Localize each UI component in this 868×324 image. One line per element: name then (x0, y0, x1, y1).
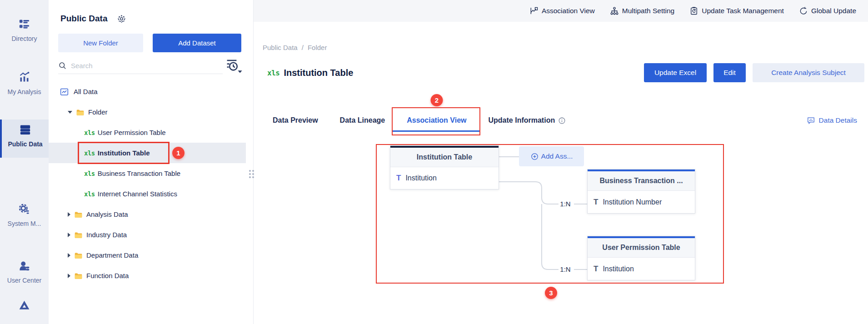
tree-item-label: Internet Channel Statistics (98, 190, 177, 198)
tree-item-business-transaction-table[interactable]: xls Business Transaction Table (49, 163, 246, 184)
sidebar-item-drive[interactable] (0, 299, 49, 314)
update-task-icon (689, 6, 698, 15)
multipath-icon (610, 6, 619, 15)
panel-settings-gear-icon[interactable] (117, 14, 126, 24)
xls-icon: xls (84, 150, 95, 157)
all-data-icon (60, 87, 69, 96)
caret-collapsed-icon[interactable] (68, 212, 70, 217)
data-details-icon (807, 116, 815, 125)
toolbar-multipath-setting[interactable]: Multipath Setting (610, 6, 674, 15)
xls-icon: xls (267, 69, 279, 77)
toolbar-global-update[interactable]: Global Update (799, 6, 856, 15)
relation-label-1n: 1:N (557, 200, 574, 208)
association-view-icon (529, 6, 539, 15)
node-field: T Institution (390, 167, 499, 189)
text-field-type-icon: T (396, 174, 401, 183)
tree-item-label: User Permission Table (98, 129, 166, 136)
edit-button[interactable]: Edit (713, 63, 746, 82)
tree-item-label: Analysis Data (86, 210, 128, 218)
app-sidebar: Directory My Analysis Public Data System… (0, 0, 49, 324)
tree-item-institution-table[interactable]: xls Institution Table 1 (49, 143, 246, 163)
panel-resize-handle[interactable] (249, 170, 255, 182)
text-field-type-icon: T (594, 198, 598, 207)
node-title: User Permission Table (588, 238, 695, 258)
sidebar-item-directory[interactable]: Directory (0, 18, 49, 42)
caret-collapsed-icon[interactable] (68, 253, 70, 258)
info-icon[interactable] (558, 117, 566, 125)
node-field: T Institution (588, 258, 695, 280)
sort-by-time-filter-icon[interactable] (225, 57, 245, 75)
main-content: Association View Multipath Setting Updat… (254, 0, 868, 324)
breadcrumb-public-data[interactable]: Public Data (263, 44, 298, 51)
tree-item-user-permission-table[interactable]: xls User Permission Table (49, 122, 246, 143)
sidebar-item-my-analysis[interactable]: My Analysis (0, 71, 49, 95)
tab-update-information[interactable]: Update Information (489, 116, 566, 125)
tab-data-preview[interactable]: Data Preview (273, 116, 318, 125)
page-title-row: xls Institution Table Update Excel Edit … (267, 63, 864, 83)
search-icon (58, 61, 67, 70)
tree-item-label: Department Data (86, 251, 138, 259)
tree-item-all-data[interactable]: All Data (49, 81, 246, 102)
global-update-icon (799, 6, 808, 15)
sidebar-item-system-management[interactable]: System M... (0, 203, 49, 227)
system-gear-icon (18, 203, 30, 215)
detail-tabs: Data Preview Data Lineage Association Vi… (273, 108, 857, 133)
relation-label-1n: 1:N (557, 265, 574, 273)
breadcrumb-folder[interactable]: Folder (308, 44, 327, 51)
tree-item-analysis-data[interactable]: Analysis Data (49, 204, 246, 224)
diagram-node-business-transaction-table[interactable]: Business Transaction ... T Institution N… (587, 169, 695, 214)
node-field: T Institution Number (588, 191, 695, 213)
xls-icon: xls (84, 170, 95, 177)
folder-icon (74, 251, 83, 259)
data-details-link[interactable]: Data Details (807, 108, 857, 133)
folder-icon (74, 210, 83, 219)
search-field (58, 57, 223, 74)
association-toolbar: Association View Multipath Setting Updat… (254, 0, 868, 22)
new-folder-button[interactable]: New Folder (58, 34, 143, 52)
sidebar-item-user-center[interactable]: User Center (0, 260, 49, 284)
sidebar-label: My Analysis (0, 88, 49, 95)
tree-item-department-data[interactable]: Department Data (49, 245, 246, 265)
toolbar-association-view[interactable]: Association View (529, 6, 595, 15)
update-excel-button[interactable]: Update Excel (644, 63, 707, 82)
annotation-badge-3: 3 (545, 287, 557, 299)
tree-item-industry-data[interactable]: Industry Data (49, 224, 246, 245)
tree-item-function-data[interactable]: Function Data (49, 265, 246, 286)
sidebar-item-public-data[interactable]: Public Data (0, 120, 49, 158)
active-tab-underline (392, 130, 480, 132)
add-association-button[interactable]: Add Ass... (519, 146, 584, 166)
sidebar-label: User Center (0, 277, 49, 284)
caret-collapsed-icon[interactable] (68, 233, 70, 237)
text-field-type-icon: T (594, 264, 598, 274)
annotation-badge-2: 2 (430, 94, 443, 106)
tree-item-internet-channel-statistics[interactable]: xls Internet Channel Statistics (49, 184, 246, 204)
create-analysis-subject-button[interactable]: Create Analysis Subject (753, 63, 864, 82)
caret-collapsed-icon[interactable] (68, 274, 70, 278)
search-input[interactable] (71, 62, 207, 70)
tree-item-label: Function Data (86, 272, 129, 279)
sidebar-label: System M... (0, 220, 49, 227)
sidebar-label: Public Data (2, 140, 49, 148)
annotation-badge-1: 1 (172, 147, 185, 159)
node-title: Business Transaction ... (588, 171, 695, 191)
tree-item-label: All Data (74, 88, 98, 95)
tree-item-label: Industry Data (86, 231, 127, 239)
node-title: Institution Table (390, 148, 499, 167)
circle-plus-icon (530, 152, 539, 161)
xls-icon: xls (84, 129, 95, 136)
tree-item-label: Business Transaction Table (98, 169, 180, 177)
tree-item-folder[interactable]: Folder (49, 102, 246, 122)
folder-icon (74, 231, 83, 239)
toolbar-update-task-management[interactable]: Update Task Management (689, 6, 784, 15)
folder-icon (74, 272, 83, 280)
diagram-node-institution-table[interactable]: Institution Table T Institution (390, 145, 499, 189)
diagram-node-user-permission-table[interactable]: User Permission Table T Institution (587, 236, 695, 280)
user-center-icon (18, 260, 30, 272)
breadcrumb: Public Data / Folder (263, 44, 327, 51)
caret-expanded-icon[interactable] (68, 111, 72, 114)
add-dataset-button[interactable]: Add Dataset (153, 34, 241, 52)
dataset-tree: All Data Folder xls User Permission Tabl… (49, 81, 246, 286)
tab-data-lineage[interactable]: Data Lineage (340, 116, 385, 125)
dataset-panel: Public Data New Folder Add Dataset All D… (49, 0, 254, 324)
tab-association-view[interactable]: Association View 2 (407, 116, 466, 125)
